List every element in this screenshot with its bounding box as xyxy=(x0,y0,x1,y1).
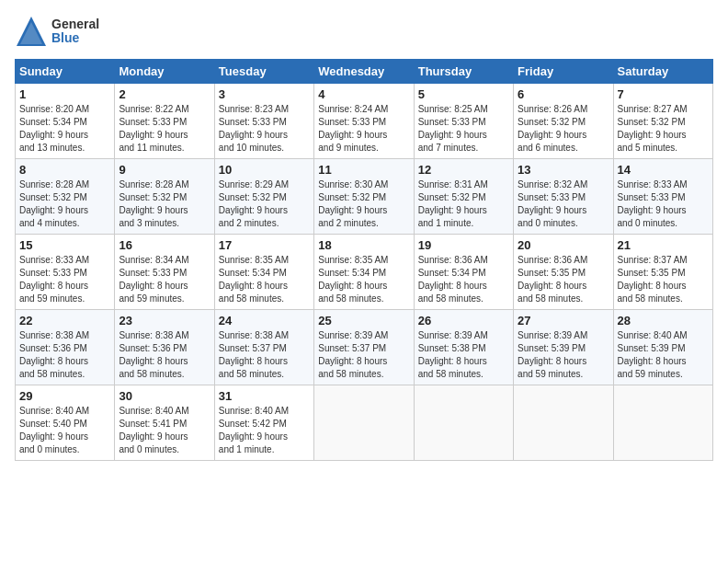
day-detail: Sunrise: 8:40 AM Sunset: 5:40 PM Dayligh… xyxy=(19,405,110,456)
calendar-cell: 21Sunrise: 8:37 AM Sunset: 5:35 PM Dayli… xyxy=(613,235,712,310)
day-number: 7 xyxy=(618,87,709,101)
calendar-cell: 14Sunrise: 8:33 AM Sunset: 5:33 PM Dayli… xyxy=(613,159,712,235)
day-number: 18 xyxy=(318,238,409,252)
day-detail: Sunrise: 8:28 AM Sunset: 5:32 PM Dayligh… xyxy=(119,178,210,230)
calendar-cell: 25Sunrise: 8:39 AM Sunset: 5:37 PM Dayli… xyxy=(314,310,414,385)
calendar-cell: 16Sunrise: 8:34 AM Sunset: 5:33 PM Dayli… xyxy=(115,235,214,310)
calendar-cell: 30Sunrise: 8:40 AM Sunset: 5:41 PM Dayli… xyxy=(115,385,214,461)
col-header-friday: Friday xyxy=(514,60,613,84)
calendar-cell: 5Sunrise: 8:25 AM Sunset: 5:33 PM Daylig… xyxy=(414,84,513,159)
day-detail: Sunrise: 8:25 AM Sunset: 5:33 PM Dayligh… xyxy=(418,103,509,155)
calendar-cell: 11Sunrise: 8:30 AM Sunset: 5:32 PM Dayli… xyxy=(314,159,414,235)
day-number: 4 xyxy=(318,87,409,101)
day-detail: Sunrise: 8:34 AM Sunset: 5:33 PM Dayligh… xyxy=(119,254,210,305)
calendar-cell xyxy=(414,385,513,461)
calendar-cell: 4Sunrise: 8:24 AM Sunset: 5:33 PM Daylig… xyxy=(314,84,414,159)
calendar-cell: 29Sunrise: 8:40 AM Sunset: 5:40 PM Dayli… xyxy=(16,385,115,461)
calendar-cell: 22Sunrise: 8:38 AM Sunset: 5:36 PM Dayli… xyxy=(16,310,115,385)
day-detail: Sunrise: 8:33 AM Sunset: 5:33 PM Dayligh… xyxy=(19,254,110,305)
day-number: 26 xyxy=(418,314,509,327)
calendar-cell: 9Sunrise: 8:28 AM Sunset: 5:32 PM Daylig… xyxy=(115,159,214,235)
col-header-monday: Monday xyxy=(115,60,214,84)
day-number: 2 xyxy=(119,87,210,101)
day-number: 10 xyxy=(219,163,310,177)
day-detail: Sunrise: 8:36 AM Sunset: 5:35 PM Dayligh… xyxy=(518,254,609,305)
header: GeneralBlue xyxy=(15,15,713,48)
col-header-tuesday: Tuesday xyxy=(214,60,313,84)
day-detail: Sunrise: 8:23 AM Sunset: 5:33 PM Dayligh… xyxy=(219,103,310,155)
calendar-cell: 23Sunrise: 8:38 AM Sunset: 5:36 PM Dayli… xyxy=(115,310,214,385)
calendar-cell: 27Sunrise: 8:39 AM Sunset: 5:39 PM Dayli… xyxy=(514,310,613,385)
calendar-cell: 17Sunrise: 8:35 AM Sunset: 5:34 PM Dayli… xyxy=(214,235,313,310)
calendar-cell: 20Sunrise: 8:36 AM Sunset: 5:35 PM Dayli… xyxy=(514,235,613,310)
day-detail: Sunrise: 8:30 AM Sunset: 5:32 PM Dayligh… xyxy=(318,178,409,230)
day-detail: Sunrise: 8:39 AM Sunset: 5:38 PM Dayligh… xyxy=(418,329,509,381)
day-detail: Sunrise: 8:36 AM Sunset: 5:34 PM Dayligh… xyxy=(418,254,509,305)
col-header-thursday: Thursday xyxy=(414,60,513,84)
calendar-week-1: 1Sunrise: 8:20 AM Sunset: 5:34 PM Daylig… xyxy=(16,84,713,159)
calendar-cell: 7Sunrise: 8:27 AM Sunset: 5:32 PM Daylig… xyxy=(613,84,712,159)
day-detail: Sunrise: 8:37 AM Sunset: 5:35 PM Dayligh… xyxy=(618,254,709,305)
day-number: 16 xyxy=(119,238,210,252)
day-detail: Sunrise: 8:33 AM Sunset: 5:33 PM Dayligh… xyxy=(618,178,709,230)
calendar-week-3: 15Sunrise: 8:33 AM Sunset: 5:33 PM Dayli… xyxy=(16,235,713,310)
day-number: 27 xyxy=(518,314,609,327)
calendar-cell xyxy=(314,385,414,461)
calendar-cell: 6Sunrise: 8:26 AM Sunset: 5:32 PM Daylig… xyxy=(514,84,613,159)
day-detail: Sunrise: 8:24 AM Sunset: 5:33 PM Dayligh… xyxy=(318,103,409,155)
day-detail: Sunrise: 8:39 AM Sunset: 5:39 PM Dayligh… xyxy=(518,329,609,381)
day-number: 19 xyxy=(418,238,509,252)
day-detail: Sunrise: 8:39 AM Sunset: 5:37 PM Dayligh… xyxy=(318,329,409,381)
calendar-cell: 10Sunrise: 8:29 AM Sunset: 5:32 PM Dayli… xyxy=(214,159,313,235)
calendar-week-5: 29Sunrise: 8:40 AM Sunset: 5:40 PM Dayli… xyxy=(16,385,713,461)
calendar-cell: 24Sunrise: 8:38 AM Sunset: 5:37 PM Dayli… xyxy=(214,310,313,385)
calendar-cell: 19Sunrise: 8:36 AM Sunset: 5:34 PM Dayli… xyxy=(414,235,513,310)
day-number: 30 xyxy=(119,389,210,403)
day-number: 13 xyxy=(518,163,609,177)
col-header-saturday: Saturday xyxy=(613,60,712,84)
calendar-cell: 18Sunrise: 8:35 AM Sunset: 5:34 PM Dayli… xyxy=(314,235,414,310)
calendar-cell xyxy=(613,385,712,461)
day-number: 8 xyxy=(19,163,110,177)
day-number: 24 xyxy=(219,314,310,327)
day-detail: Sunrise: 8:32 AM Sunset: 5:33 PM Dayligh… xyxy=(518,178,609,230)
page: GeneralBlue SundayMondayTuesdayWednesday… xyxy=(0,0,728,563)
day-detail: Sunrise: 8:35 AM Sunset: 5:34 PM Dayligh… xyxy=(219,254,310,305)
day-number: 1 xyxy=(19,87,110,101)
day-number: 11 xyxy=(318,163,409,177)
day-number: 14 xyxy=(618,163,709,177)
calendar-cell: 12Sunrise: 8:31 AM Sunset: 5:32 PM Dayli… xyxy=(414,159,513,235)
logo-blue-text: Blue xyxy=(51,30,79,45)
calendar-cell: 2Sunrise: 8:22 AM Sunset: 5:33 PM Daylig… xyxy=(115,84,214,159)
calendar-header-row: SundayMondayTuesdayWednesdayThursdayFrid… xyxy=(16,60,713,84)
day-detail: Sunrise: 8:38 AM Sunset: 5:37 PM Dayligh… xyxy=(219,329,310,381)
day-number: 5 xyxy=(418,87,509,101)
calendar-cell: 1Sunrise: 8:20 AM Sunset: 5:34 PM Daylig… xyxy=(16,84,115,159)
day-detail: Sunrise: 8:29 AM Sunset: 5:32 PM Dayligh… xyxy=(219,178,310,230)
day-number: 28 xyxy=(618,314,709,327)
day-detail: Sunrise: 8:35 AM Sunset: 5:34 PM Dayligh… xyxy=(318,254,409,305)
day-number: 22 xyxy=(19,314,110,327)
day-number: 15 xyxy=(19,238,110,252)
day-detail: Sunrise: 8:38 AM Sunset: 5:36 PM Dayligh… xyxy=(19,329,110,381)
day-number: 9 xyxy=(119,163,210,177)
calendar-cell xyxy=(514,385,613,461)
day-number: 21 xyxy=(618,238,709,252)
day-detail: Sunrise: 8:40 AM Sunset: 5:41 PM Dayligh… xyxy=(119,405,210,456)
day-number: 17 xyxy=(219,238,310,252)
day-number: 25 xyxy=(318,314,409,327)
day-detail: Sunrise: 8:22 AM Sunset: 5:33 PM Dayligh… xyxy=(119,103,210,155)
calendar-cell: 3Sunrise: 8:23 AM Sunset: 5:33 PM Daylig… xyxy=(214,84,313,159)
day-number: 20 xyxy=(518,238,609,252)
day-number: 29 xyxy=(19,389,110,403)
calendar-table: SundayMondayTuesdayWednesdayThursdayFrid… xyxy=(15,59,713,461)
day-number: 12 xyxy=(418,163,509,177)
col-header-sunday: Sunday xyxy=(16,60,115,84)
day-detail: Sunrise: 8:26 AM Sunset: 5:32 PM Dayligh… xyxy=(518,103,609,155)
day-detail: Sunrise: 8:40 AM Sunset: 5:42 PM Dayligh… xyxy=(219,405,310,456)
day-detail: Sunrise: 8:40 AM Sunset: 5:39 PM Dayligh… xyxy=(618,329,709,381)
calendar-cell: 13Sunrise: 8:32 AM Sunset: 5:33 PM Dayli… xyxy=(514,159,613,235)
calendar-cell: 28Sunrise: 8:40 AM Sunset: 5:39 PM Dayli… xyxy=(613,310,712,385)
day-detail: Sunrise: 8:20 AM Sunset: 5:34 PM Dayligh… xyxy=(19,103,110,155)
day-number: 31 xyxy=(219,389,310,403)
